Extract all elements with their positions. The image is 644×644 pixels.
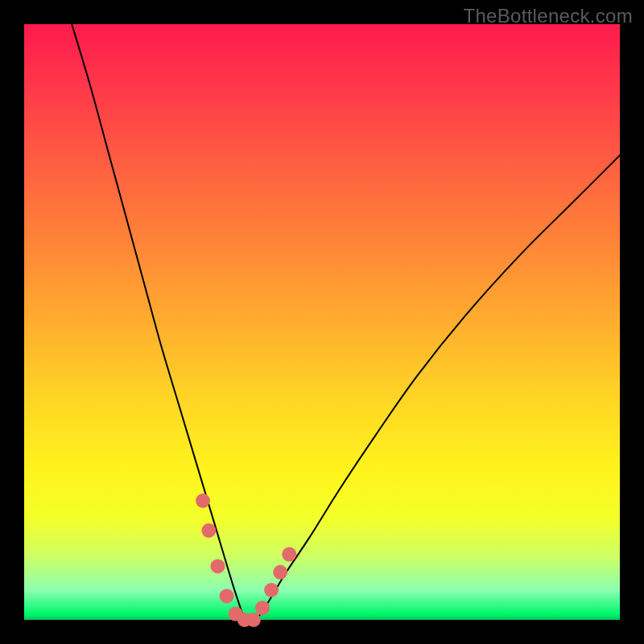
plot-area <box>24 24 620 620</box>
chart-svg <box>24 24 620 620</box>
curve-left-arm <box>72 24 245 620</box>
marker-dot <box>220 588 234 603</box>
marker-dot <box>282 547 296 562</box>
marker-dot <box>196 493 210 508</box>
marker-dot <box>255 601 270 615</box>
marker-dot <box>211 559 225 573</box>
canvas: TheBottleneck.com <box>0 0 644 644</box>
curve-right-arm <box>257 155 620 620</box>
marker-dot <box>264 583 279 597</box>
marker-dot <box>201 523 216 538</box>
marker-dot <box>246 613 261 627</box>
marker-dot <box>273 565 287 580</box>
